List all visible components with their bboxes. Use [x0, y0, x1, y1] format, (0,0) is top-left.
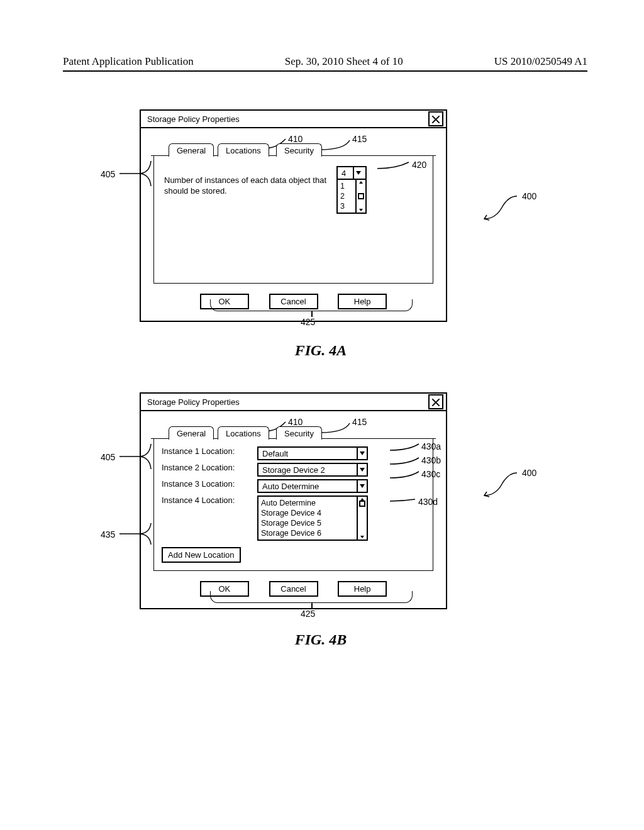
callout-410: 410 — [288, 417, 303, 427]
header-left: Patent Application Publication — [63, 55, 194, 68]
callout-420: 420 — [412, 160, 426, 170]
figure-4a: Storage Policy Properties General Locati… — [101, 109, 541, 380]
location-label: Instance 4 Location: — [162, 495, 250, 541]
figure-label-4a: FIG. 4A — [101, 342, 541, 359]
callout-430c: 430c — [421, 469, 440, 479]
callout-425: 425 — [301, 317, 315, 327]
callout-400: 400 — [522, 191, 536, 201]
page: Patent Application Publication Sep. 30, … — [0, 0, 644, 830]
callout-415: 415 — [352, 417, 367, 427]
add-new-location-button[interactable]: Add New Location — [162, 547, 241, 563]
scroll-down-icon[interactable] — [359, 209, 363, 211]
dialog-title: Storage Policy Properties — [147, 397, 240, 407]
spinner-option[interactable]: 1 — [340, 181, 353, 191]
header-right: US 2010/0250549 A1 — [494, 55, 587, 68]
bracket-425 — [210, 591, 413, 603]
callout-430d: 430d — [418, 497, 438, 507]
location-combo-1[interactable]: Default — [257, 446, 368, 460]
dialog-title: Storage Policy Properties — [147, 114, 240, 124]
callout-430b: 430b — [421, 455, 441, 465]
callout-405: 405 — [101, 452, 115, 462]
callout-430a: 430a — [421, 441, 441, 451]
spinner-option[interactable]: 3 — [340, 201, 353, 211]
scroll-thumb[interactable] — [359, 501, 365, 507]
instance-count-text: Number of instances of each data object … — [164, 166, 328, 196]
callout-415: 415 — [352, 134, 367, 144]
tab-locations[interactable]: Locations — [218, 426, 269, 440]
doc-header: Patent Application Publication Sep. 30, … — [63, 55, 587, 68]
scroll-thumb[interactable] — [358, 193, 364, 199]
location-label: Instance 2 Location: — [162, 463, 250, 477]
close-icon[interactable] — [428, 111, 443, 126]
combo-option[interactable]: Storage Device 5 — [261, 518, 354, 528]
close-icon[interactable] — [428, 394, 443, 409]
scroll-up-icon[interactable] — [359, 181, 363, 184]
location-combo-2[interactable]: Storage Device 2 — [257, 463, 368, 477]
spinner-value: 4 — [338, 167, 353, 179]
tab-security[interactable]: Security — [276, 426, 322, 440]
titlebar: Storage Policy Properties — [141, 111, 446, 128]
chevron-down-icon[interactable] — [357, 448, 367, 459]
tab-security[interactable]: Security — [276, 143, 322, 157]
scroll-down-icon[interactable] — [360, 536, 364, 538]
spinner-option[interactable]: 2 — [340, 191, 353, 201]
callout-435: 435 — [101, 529, 115, 540]
callout-400: 400 — [522, 468, 536, 478]
figure-label-4b: FIG. 4B — [101, 631, 541, 648]
tab-general[interactable]: General — [169, 143, 214, 157]
spinner-options[interactable]: 1 2 3 — [336, 180, 367, 214]
header-mid: Sep. 30, 2010 Sheet 4 of 10 — [285, 55, 403, 68]
location-label: Instance 1 Location: — [162, 446, 250, 460]
spinner-drop-icon[interactable] — [353, 167, 363, 179]
combo-option[interactable]: Storage Device 6 — [261, 528, 354, 538]
callout-410: 410 — [288, 134, 303, 144]
callout-425: 425 — [301, 609, 315, 619]
tab-locations[interactable]: Locations — [218, 143, 269, 157]
location-combo-3[interactable]: Auto Determine — [257, 479, 368, 493]
bracket-425 — [210, 299, 413, 311]
combo-option[interactable]: Storage Device 4 — [261, 508, 354, 518]
figure-4b: Storage Policy Properties General Locati… — [101, 392, 541, 663]
header-rule — [63, 70, 587, 72]
tabpanel-general: Number of instances of each data object … — [153, 156, 433, 284]
scrollbar[interactable] — [357, 497, 367, 540]
chevron-down-icon[interactable] — [357, 464, 367, 475]
combo-option[interactable]: Auto Determine — [261, 498, 354, 508]
chevron-down-icon[interactable] — [357, 480, 367, 492]
scrollbar[interactable] — [355, 180, 365, 213]
tab-general[interactable]: General — [169, 426, 214, 440]
titlebar: Storage Policy Properties — [141, 394, 446, 411]
location-label: Instance 3 Location: — [162, 479, 250, 493]
instance-count-spinner[interactable]: 4 — [336, 166, 367, 180]
location-combo-4-open[interactable]: Auto Determine Storage Device 4 Storage … — [257, 495, 368, 541]
callout-405: 405 — [101, 169, 115, 179]
